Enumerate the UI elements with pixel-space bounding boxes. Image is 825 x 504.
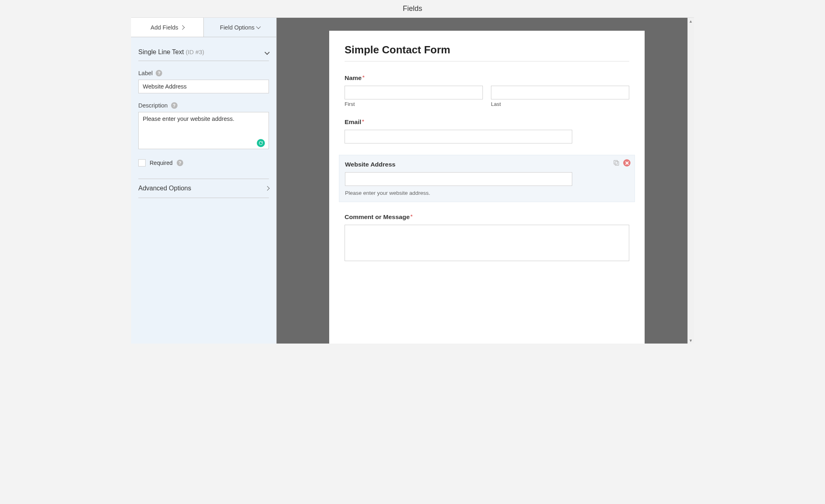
chevron-down-icon — [264, 50, 270, 55]
website-description: Please enter your website address. — [345, 190, 629, 196]
description-caption: Description — [138, 102, 168, 109]
field-actions — [613, 159, 630, 168]
sidebar-tabs: Add Fields Field Options — [131, 18, 276, 37]
help-icon[interactable]: ? — [177, 160, 183, 166]
email-label: Email* — [345, 118, 629, 126]
message-label-text: Comment or Message — [345, 213, 410, 220]
top-header: Fields — [131, 0, 694, 18]
name-label: Name* — [345, 74, 629, 82]
label-caption: Label — [138, 70, 152, 76]
label-row: Label ? — [138, 70, 269, 76]
chevron-right-icon — [180, 25, 184, 30]
form-title: Simple Contact Form — [345, 44, 629, 56]
website-label-text: Website Address — [345, 161, 396, 168]
chevron-right-icon — [265, 186, 269, 190]
grammarly-icon[interactable] — [257, 139, 265, 147]
help-icon[interactable]: ? — [171, 102, 178, 109]
form-field-message[interactable]: Comment or Message* — [345, 213, 629, 261]
description-group: Description ? — [138, 102, 269, 150]
required-star: * — [410, 213, 412, 219]
svg-rect-1 — [614, 160, 618, 164]
first-name-col: First — [345, 86, 483, 107]
preview-paper: Simple Contact Form Name* First — [329, 31, 645, 344]
advanced-options-label: Advanced Options — [138, 185, 191, 192]
required-label: Required — [150, 160, 173, 166]
name-columns: First Last — [345, 86, 629, 107]
last-name-col: Last — [491, 86, 629, 107]
description-textarea-wrap — [138, 112, 269, 150]
tab-add-fields-label: Add Fields — [150, 24, 178, 31]
description-textarea[interactable] — [138, 112, 269, 149]
label-group: Label ? — [138, 70, 269, 93]
app-root: Fields Add Fields Field Options Single L… — [131, 0, 694, 344]
advanced-options-toggle[interactable]: Advanced Options — [138, 179, 269, 198]
field-id-label: (ID #3) — [186, 49, 204, 55]
description-row: Description ? — [138, 102, 269, 109]
label-input[interactable] — [138, 80, 269, 93]
required-row: Required ? — [138, 159, 269, 167]
field-type-label: Single Line Text — [138, 49, 184, 55]
tab-add-fields[interactable]: Add Fields — [131, 18, 204, 37]
page-title: Fields — [403, 4, 422, 13]
scroll-down-icon[interactable]: ▼ — [688, 337, 694, 344]
sidebar: Add Fields Field Options Single Line Tex… — [131, 18, 277, 344]
last-name-input[interactable] — [491, 86, 629, 99]
name-label-text: Name — [345, 74, 362, 81]
duplicate-icon[interactable] — [613, 159, 620, 168]
email-label-text: Email — [345, 118, 361, 125]
form-field-name[interactable]: Name* First Last — [345, 74, 629, 107]
website-input[interactable] — [345, 172, 572, 186]
help-icon[interactable]: ? — [156, 70, 162, 76]
first-name-input[interactable] — [345, 86, 483, 99]
message-textarea[interactable] — [345, 225, 629, 261]
required-checkbox[interactable] — [138, 159, 146, 167]
first-name-sublabel: First — [345, 101, 483, 107]
scroll-up-icon[interactable]: ▲ — [688, 18, 694, 24]
tab-field-options[interactable]: Field Options — [204, 18, 276, 37]
svg-rect-0 — [615, 162, 619, 165]
field-options-panel: Single Line Text (ID #3) Label ? Descrip… — [131, 37, 276, 202]
last-name-sublabel: Last — [491, 101, 629, 107]
form-field-email[interactable]: Email* — [345, 118, 629, 143]
panel-header-text: Single Line Text (ID #3) — [138, 49, 204, 56]
required-star: * — [362, 74, 364, 80]
email-input[interactable] — [345, 130, 572, 143]
delete-icon[interactable] — [623, 159, 630, 167]
panel-header[interactable]: Single Line Text (ID #3) — [138, 49, 269, 61]
website-label: Website Address — [345, 161, 629, 168]
form-divider — [345, 61, 629, 61]
preview-pane: Simple Contact Form Name* First — [277, 18, 694, 344]
chevron-down-icon — [256, 24, 261, 29]
required-star: * — [362, 118, 364, 124]
tab-field-options-label: Field Options — [220, 24, 254, 31]
scrollbar[interactable]: ▲ ▼ — [688, 18, 694, 344]
message-label: Comment or Message* — [345, 213, 629, 221]
main-area: Add Fields Field Options Single Line Tex… — [131, 18, 694, 344]
form-field-website-selected[interactable]: Website Address Please enter your websit… — [339, 155, 635, 202]
